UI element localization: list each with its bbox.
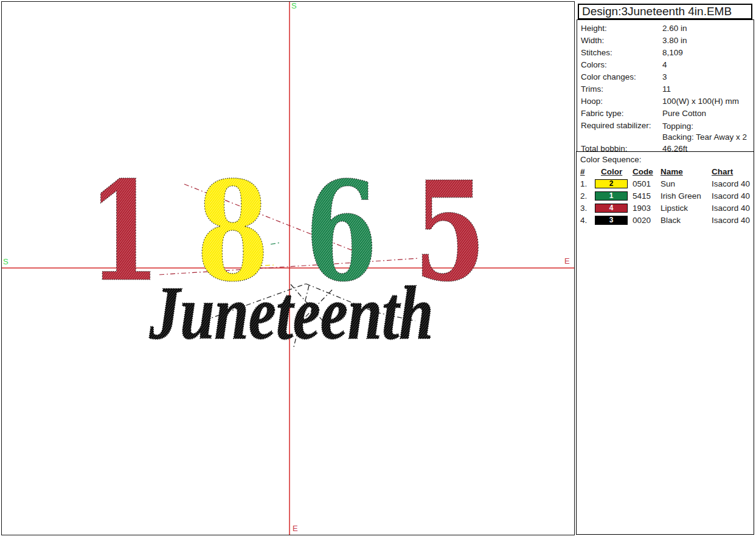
info-label: Height: [581,22,662,35]
end-marker-right: E [564,257,570,265]
end-marker-bottom: E [293,524,298,532]
info-label: Width: [581,35,662,47]
start-marker-left: S [3,258,9,266]
design-word-juneteenth: Juneteenth [149,271,434,355]
info-label: Trims: [581,83,662,95]
design-title: Design:3Juneteenth 4in.EMB [578,4,752,19]
info-row-hoop: Hoop: 100(W) x 100(H) mm [581,95,751,108]
color-sequence-panel: Color Sequence: # Color Code Name Chart … [576,151,754,535]
info-row-height: Height: 2.60 in [581,22,751,35]
info-value: 3 [662,71,667,83]
info-row-stitches: Stitches: 8,109 [581,47,751,59]
thread-code: 1903 [633,204,661,213]
thread-color-swatch[interactable]: 4 [595,204,628,213]
thread-name: Lipstick [661,204,712,213]
canvas-overlay: 1 8 6 5 Juneteenth [0,0,575,539]
embroidery-app-window: 1 8 6 5 Juneteenth S S E E Design:3Junet… [0,0,756,539]
col-header-name: Name [661,167,712,176]
thread-code: 5415 [633,191,661,201]
thread-color-swatch[interactable]: 2 [595,179,628,188]
design-info-panel: Height: 2.60 in Width: 3.80 in Stitches:… [577,19,754,157]
info-label: Required stabilizer: [581,120,662,143]
info-value: 11 [662,83,671,95]
col-header-code: Code [633,167,661,176]
info-value: 100(W) x 100(H) mm [662,95,739,108]
info-value: Topping: Backing: Tear Away x 2 [662,120,747,143]
row-index: 2. [580,191,595,201]
info-label: Fabric type: [581,108,662,120]
info-row-fabric-type: Fabric type: Pure Cotton [581,108,751,120]
color-sequence-heading: Color Sequence: [580,154,751,165]
info-label: Color changes: [581,71,662,83]
thread-name: Sun [661,179,712,188]
color-sequence-header-row: # Color Code Name Chart [580,165,751,177]
info-value: 4 [662,59,667,71]
info-value: 2.60 in [662,22,687,35]
info-row-width: Width: 3.80 in [581,35,751,47]
thread-code: 0501 [633,179,661,188]
thread-chart: Isacord 40 [712,204,751,213]
thread-chart: Isacord 40 [712,191,751,201]
start-marker-top: S [291,2,297,10]
info-value: 8,109 [662,47,683,59]
info-row-color-changes: Color changes: 3 [581,71,751,83]
thread-name: Irish Green [661,191,712,201]
row-index: 4. [580,216,595,225]
color-sequence-row-4: 4. 3 0020 Black Isacord 40 [580,214,751,226]
info-label: Hoop: [581,95,662,108]
info-value: 3.80 in [662,35,687,47]
row-index: 3. [580,204,595,213]
info-value: Pure Cotton [662,108,706,120]
info-row-trims: Trims: 11 [581,83,751,95]
color-sequence-row-1: 1. 2 0501 Sun Isacord 40 [580,177,751,190]
swatch-number: 3 [609,216,614,224]
thread-code: 0020 [633,216,661,225]
info-row-colors: Colors: 4 [581,59,751,71]
thread-color-swatch[interactable]: 1 [595,191,628,201]
thread-color-swatch[interactable]: 3 [595,216,628,225]
col-header-color: Color [595,167,622,176]
col-header-number: # [580,167,595,176]
swatch-number: 1 [609,191,614,200]
col-header-chart: Chart [712,167,751,176]
swatch-number: 2 [609,179,614,188]
thread-chart: Isacord 40 [712,216,751,225]
row-index: 1. [580,179,595,188]
embroidery-design[interactable]: 1 8 6 5 Juneteenth [88,151,487,355]
thread-name: Black [661,216,712,225]
color-sequence-row-3: 3. 4 1903 Lipstick Isacord 40 [580,202,751,214]
thread-chart: Isacord 40 [712,179,751,188]
color-sequence-row-2: 2. 1 5415 Irish Green Isacord 40 [580,190,751,202]
info-label: Colors: [581,59,662,71]
swatch-number: 4 [609,204,614,212]
info-row-stabilizer: Required stabilizer: Topping: Backing: T… [581,120,751,143]
info-label: Stitches: [581,47,662,59]
